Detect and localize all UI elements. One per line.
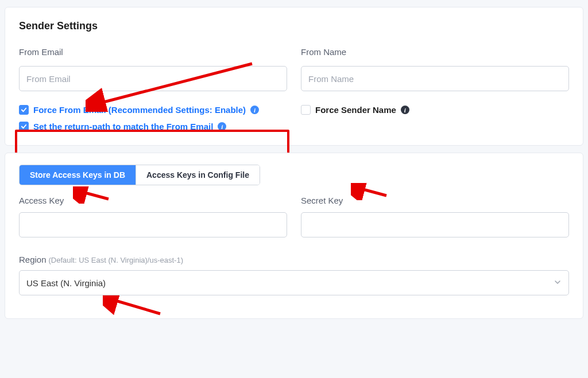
- force-from-email-label: Force From Email (Recommended Settings: …: [33, 105, 246, 115]
- return-path-checkbox-row[interactable]: Set the return-path to match the From Em…: [19, 122, 287, 131]
- info-icon[interactable]: i: [218, 122, 226, 131]
- annotation-arrow-icon: [103, 295, 166, 318]
- key-storage-tabs: Store Access Keys in DB Access Keys in C…: [19, 165, 260, 185]
- region-select[interactable]: US East (N. Virginia): [19, 270, 569, 295]
- secret-key-input[interactable]: [301, 212, 569, 237]
- sender-settings-title: Sender Settings: [19, 20, 569, 32]
- region-row: Region (Default: US East (N. Virginia)/u…: [19, 255, 569, 295]
- info-icon[interactable]: i: [250, 106, 259, 114]
- force-from-email-checkbox-row[interactable]: Force From Email (Recommended Settings: …: [19, 105, 287, 115]
- svg-line-3: [110, 299, 160, 314]
- from-name-col: From Name: [301, 47, 569, 91]
- tab-store-db[interactable]: Store Access Keys in DB: [20, 165, 136, 185]
- from-email-col: From Email: [19, 47, 287, 91]
- force-from-col: Force From Email (Recommended Settings: …: [19, 91, 287, 131]
- secret-key-col: Secret Key: [301, 196, 569, 237]
- return-path-checkbox[interactable]: [19, 122, 29, 131]
- sender-checkbox-row: Force From Email (Recommended Settings: …: [19, 91, 569, 131]
- access-key-input[interactable]: [19, 212, 287, 237]
- access-key-label: Access Key: [19, 196, 287, 205]
- region-label: Region: [19, 255, 47, 264]
- force-from-email-checkbox[interactable]: [19, 105, 29, 115]
- force-sender-name-label: Force Sender Name: [315, 105, 396, 115]
- from-name-label: From Name: [301, 47, 569, 57]
- sender-fields-row: From Email From Name: [19, 47, 569, 91]
- region-hint: (Default: US East (N. Virginia)/us-east-…: [48, 256, 183, 264]
- sender-settings-card: Sender Settings From Email From Name For…: [5, 7, 583, 146]
- keys-card: Store Access Keys in DB Access Keys in C…: [5, 153, 583, 319]
- from-email-label: From Email: [19, 47, 287, 57]
- tab-config-file[interactable]: Access Keys in Config File: [136, 165, 260, 185]
- from-email-input[interactable]: [19, 66, 287, 91]
- force-sender-name-checkbox[interactable]: [301, 105, 311, 115]
- force-sender-name-checkbox-row[interactable]: Force Sender Name i: [301, 105, 569, 115]
- return-path-label: Set the return-path to match the From Em…: [33, 122, 213, 131]
- keys-row: Access Key Secret Key: [19, 196, 569, 237]
- region-select-value: US East (N. Virginia): [26, 278, 106, 288]
- secret-key-label: Secret Key: [301, 196, 569, 205]
- access-key-col: Access Key: [19, 196, 287, 237]
- svg-line-2: [357, 188, 386, 196]
- force-sender-col: Force Sender Name i: [301, 91, 569, 131]
- from-name-input[interactable]: [301, 66, 569, 91]
- info-icon[interactable]: i: [401, 106, 409, 114]
